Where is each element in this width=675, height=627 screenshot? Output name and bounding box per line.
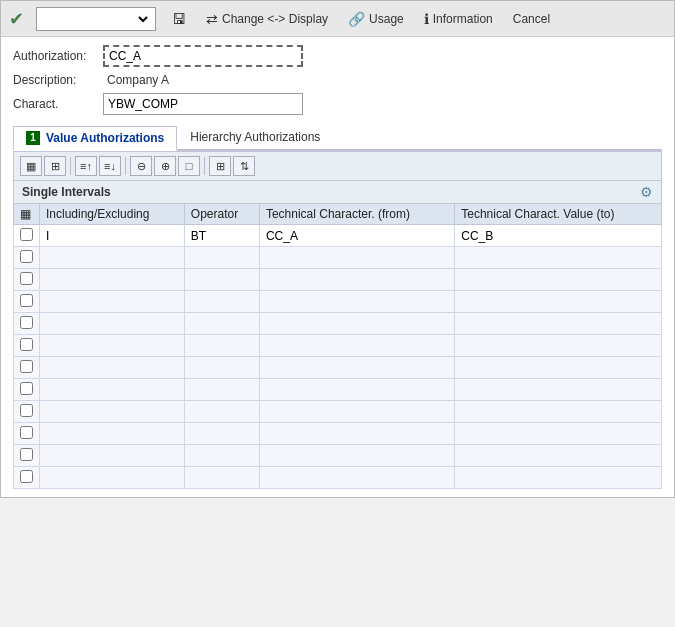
usage-button[interactable]: 🔗 Usage xyxy=(344,9,408,29)
grid-btn-grid[interactable]: ⊞ xyxy=(209,156,231,176)
cell-tech-char-to[interactable] xyxy=(455,467,662,489)
form-section: Authorization: Description: Company A Ch… xyxy=(1,37,674,497)
grid-btn-minus[interactable]: ⊖ xyxy=(130,156,152,176)
table-icon: ▦ xyxy=(20,207,31,221)
cell-tech-char-from[interactable] xyxy=(259,357,454,379)
row-checkbox[interactable] xyxy=(20,360,33,373)
cell-tech-char-to[interactable] xyxy=(455,445,662,467)
cell-tech-char-to[interactable] xyxy=(455,379,662,401)
table-body: IBTCC_ACC_B xyxy=(14,225,662,489)
cell-operator[interactable] xyxy=(184,379,259,401)
cell-operator[interactable] xyxy=(184,401,259,423)
col-header-tech-char-to[interactable]: Technical Charact. Value (to) xyxy=(455,204,662,225)
grid-btn-table[interactable]: ▦ xyxy=(20,156,42,176)
row-checkbox[interactable] xyxy=(20,250,33,263)
row-checkbox[interactable] xyxy=(20,316,33,329)
cell-including-excluding[interactable] xyxy=(40,357,185,379)
cell-tech-char-from[interactable] xyxy=(259,423,454,445)
cell-including-excluding[interactable]: I xyxy=(40,225,185,247)
cell-including-excluding[interactable] xyxy=(40,401,185,423)
cell-tech-char-to[interactable] xyxy=(455,335,662,357)
cell-operator[interactable] xyxy=(184,335,259,357)
cell-tech-char-to[interactable] xyxy=(455,423,662,445)
change-display-button[interactable]: ⇄ Change <-> Display xyxy=(202,9,332,29)
cell-operator[interactable] xyxy=(184,291,259,313)
cell-tech-char-from[interactable] xyxy=(259,379,454,401)
grid-btn-move-up[interactable]: ≡↑ xyxy=(75,156,97,176)
cell-operator[interactable] xyxy=(184,357,259,379)
cell-tech-char-to[interactable] xyxy=(455,313,662,335)
cell-including-excluding[interactable] xyxy=(40,335,185,357)
row-checkbox[interactable] xyxy=(20,382,33,395)
table-row xyxy=(14,445,662,467)
cell-including-excluding[interactable] xyxy=(40,423,185,445)
col-header-checkbox: ▦ xyxy=(14,204,40,225)
grid-btn-sort[interactable]: ⇅ xyxy=(233,156,255,176)
cell-tech-char-from[interactable] xyxy=(259,335,454,357)
cell-tech-char-from[interactable]: CC_A xyxy=(259,225,454,247)
charact-label: Charact. xyxy=(13,97,103,111)
cell-tech-char-to[interactable] xyxy=(455,291,662,313)
cell-tech-char-to[interactable] xyxy=(455,357,662,379)
row-checkbox[interactable] xyxy=(20,404,33,417)
row-checkbox[interactable] xyxy=(20,338,33,351)
authorization-input[interactable] xyxy=(103,45,303,67)
check-button[interactable]: ✔ xyxy=(9,8,24,30)
cell-tech-char-to[interactable] xyxy=(455,269,662,291)
row-checkbox[interactable] xyxy=(20,426,33,439)
row-checkbox[interactable] xyxy=(20,294,33,307)
cell-including-excluding[interactable] xyxy=(40,379,185,401)
save-button[interactable]: 🖫 xyxy=(168,9,190,29)
main-window: ✔ 🖫 ⇄ Change <-> Display 🔗 Usage ℹ Infor… xyxy=(0,0,675,498)
cell-tech-char-from[interactable] xyxy=(259,467,454,489)
col-header-tech-char-from[interactable]: Technical Character. (from) xyxy=(259,204,454,225)
cell-tech-char-to[interactable] xyxy=(455,401,662,423)
cell-tech-char-from[interactable] xyxy=(259,269,454,291)
cell-tech-char-to[interactable]: CC_B xyxy=(455,225,662,247)
tab-value-authorizations[interactable]: 1 Value Authorizations xyxy=(13,126,177,151)
grid-btn-copy[interactable]: □ xyxy=(178,156,200,176)
table-row xyxy=(14,379,662,401)
row-checkbox[interactable] xyxy=(20,272,33,285)
cell-including-excluding[interactable] xyxy=(40,313,185,335)
cell-tech-char-to[interactable] xyxy=(455,247,662,269)
grid-btn-plus[interactable]: ⊕ xyxy=(154,156,176,176)
cell-including-excluding[interactable] xyxy=(40,467,185,489)
grid-label: Single Intervals xyxy=(22,185,111,199)
row-checkbox[interactable] xyxy=(20,448,33,461)
cell-including-excluding[interactable] xyxy=(40,445,185,467)
data-table-wrapper: ▦ Including/Excluding Operator Technical… xyxy=(13,203,662,489)
cell-tech-char-from[interactable] xyxy=(259,291,454,313)
cell-operator[interactable] xyxy=(184,467,259,489)
row-checkbox[interactable] xyxy=(20,228,33,241)
cell-operator[interactable] xyxy=(184,313,259,335)
dropdown-select[interactable] xyxy=(41,11,151,27)
grid-settings-icon[interactable]: ⚙ xyxy=(640,184,653,200)
information-label: Information xyxy=(433,12,493,26)
cell-tech-char-from[interactable] xyxy=(259,445,454,467)
charact-input[interactable] xyxy=(103,93,303,115)
dropdown-selector[interactable] xyxy=(36,7,156,31)
description-label: Description: xyxy=(13,73,103,87)
cell-including-excluding[interactable] xyxy=(40,269,185,291)
col-header-including-excluding[interactable]: Including/Excluding xyxy=(40,204,185,225)
information-button[interactable]: ℹ Information xyxy=(420,9,497,29)
grid-btn-move-down[interactable]: ≡↓ xyxy=(99,156,121,176)
col-header-operator[interactable]: Operator xyxy=(184,204,259,225)
cell-operator[interactable] xyxy=(184,445,259,467)
tab-hierarchy-authorizations[interactable]: Hierarchy Authorizations xyxy=(177,125,333,149)
cell-including-excluding[interactable] xyxy=(40,247,185,269)
cell-tech-char-from[interactable] xyxy=(259,401,454,423)
cell-operator[interactable] xyxy=(184,247,259,269)
cell-including-excluding[interactable] xyxy=(40,291,185,313)
tabs-row: 1 Value Authorizations Hierarchy Authori… xyxy=(13,125,662,149)
cell-operator[interactable] xyxy=(184,269,259,291)
row-checkbox[interactable] xyxy=(20,470,33,483)
cell-tech-char-from[interactable] xyxy=(259,247,454,269)
cell-operator[interactable]: BT xyxy=(184,225,259,247)
cancel-button[interactable]: Cancel xyxy=(509,10,554,28)
cell-operator[interactable] xyxy=(184,423,259,445)
cell-tech-char-from[interactable] xyxy=(259,313,454,335)
authorization-label: Authorization: xyxy=(13,49,103,63)
grid-btn-table2[interactable]: ⊞ xyxy=(44,156,66,176)
